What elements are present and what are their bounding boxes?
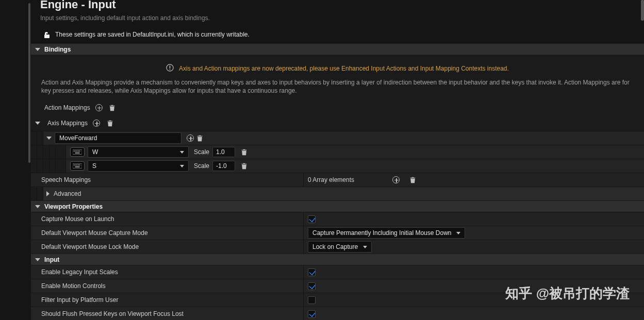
chevron-down-icon[interactable] xyxy=(46,137,52,140)
chevron-down-icon xyxy=(180,165,184,167)
capture-mode-row: Default Viewport Mouse Capture Mode Capt… xyxy=(31,226,644,240)
svg-rect-16 xyxy=(75,166,80,167)
clear-action-mappings-button[interactable] xyxy=(108,103,117,112)
deprecation-warning: Axis and Action mappings are now depreca… xyxy=(179,65,509,72)
action-mappings-row: Action Mappings xyxy=(31,100,644,115)
axis-mappings-label: Axis Mappings xyxy=(44,120,88,127)
svg-rect-3 xyxy=(73,150,82,155)
chevron-down-icon xyxy=(35,48,40,51)
axis-mappings-row[interactable]: Axis Mappings xyxy=(31,115,644,131)
svg-rect-10 xyxy=(73,164,82,169)
section-header-viewport[interactable]: Viewport Properties xyxy=(31,200,644,212)
axis-key-row: S Scale xyxy=(31,159,644,173)
chevron-down-icon xyxy=(35,205,40,208)
add-axis-mapping-button[interactable] xyxy=(92,119,101,128)
speech-mappings-row: Speech Mappings 0 Array elements xyxy=(31,173,644,187)
bindings-description: Action and Axis Mappings provide a mecha… xyxy=(41,78,634,95)
left-scrollbar[interactable] xyxy=(27,0,31,320)
chevron-down-icon xyxy=(180,151,184,154)
svg-rect-7 xyxy=(78,151,79,152)
capture-mouse-launch-checkbox[interactable] xyxy=(308,215,316,223)
svg-rect-14 xyxy=(78,165,79,166)
ini-notice: These settings are saved in DefaultInput… xyxy=(55,31,250,38)
chevron-down-icon xyxy=(35,258,40,261)
action-mappings-label: Action Mappings xyxy=(41,104,90,111)
flush-keys-row: Should Flush Pressed Keys on Viewport Fo… xyxy=(31,307,644,320)
advanced-row[interactable]: Advanced xyxy=(31,187,644,200)
capture-mode-dropdown[interactable]: Capture Permanently Including Initial Mo… xyxy=(308,227,465,239)
motion-controls-checkbox[interactable] xyxy=(308,282,316,290)
add-key-button[interactable] xyxy=(186,133,195,143)
scale-label: Scale xyxy=(194,148,209,156)
svg-rect-5 xyxy=(75,151,76,152)
advanced-label: Advanced xyxy=(49,190,81,197)
svg-rect-12 xyxy=(75,165,76,166)
section-header-bindings[interactable]: Bindings xyxy=(31,43,644,55)
delete-key-button[interactable] xyxy=(239,147,249,157)
lock-mode-dropdown[interactable]: Lock on Capture xyxy=(308,241,372,252)
capture-mouse-launch-row: Capture Mouse on Launch xyxy=(31,212,644,226)
axis-name-input[interactable] xyxy=(55,132,181,144)
keyboard-icon xyxy=(70,147,85,157)
key-selector[interactable]: W xyxy=(88,146,189,158)
svg-rect-13 xyxy=(76,165,77,166)
add-action-mapping-button[interactable] xyxy=(94,103,104,112)
legacy-scales-checkbox[interactable] xyxy=(308,268,316,276)
filter-platform-user-row: Filter Input by Platform User xyxy=(31,293,644,307)
speech-mappings-label: Speech Mappings xyxy=(31,176,91,183)
scale-input[interactable] xyxy=(212,147,235,157)
section-label: Viewport Properties xyxy=(44,203,103,210)
svg-rect-1 xyxy=(170,65,171,69)
motion-controls-row: Enable Motion Controls xyxy=(31,279,644,293)
svg-rect-8 xyxy=(79,151,80,152)
clear-axis-mappings-button[interactable] xyxy=(105,119,114,128)
scale-input[interactable] xyxy=(212,161,235,171)
svg-rect-11 xyxy=(74,165,75,166)
section-header-input[interactable]: Input xyxy=(31,254,644,265)
svg-rect-15 xyxy=(79,165,80,166)
keyboard-icon xyxy=(70,161,85,171)
svg-rect-4 xyxy=(74,151,75,152)
page-subtitle: Input settings, including default input … xyxy=(40,14,644,22)
chevron-down-icon xyxy=(363,246,367,248)
unlock-icon xyxy=(44,31,50,38)
right-scrollbar[interactable] xyxy=(641,0,644,21)
section-label: Input xyxy=(44,256,59,263)
svg-rect-9 xyxy=(75,153,80,154)
chevron-down-icon xyxy=(35,122,40,125)
axis-key-row: W Scale xyxy=(31,145,644,159)
flush-keys-checkbox[interactable] xyxy=(308,310,316,318)
axis-mapping-item xyxy=(31,131,644,145)
legacy-scales-row: Enable Legacy Input Scales xyxy=(31,265,644,279)
svg-rect-2 xyxy=(170,69,171,70)
svg-rect-6 xyxy=(76,151,77,152)
page-title: Engine - Input xyxy=(40,0,644,11)
section-label: Bindings xyxy=(44,46,71,53)
scale-label: Scale xyxy=(194,162,209,170)
lock-mode-row: Default Viewport Mouse Lock Mode Lock on… xyxy=(31,240,644,254)
delete-axis-button[interactable] xyxy=(195,133,204,143)
filter-platform-user-checkbox[interactable] xyxy=(308,296,316,304)
clear-speech-mappings-button[interactable] xyxy=(408,175,417,184)
delete-key-button[interactable] xyxy=(239,161,249,171)
key-selector[interactable]: S xyxy=(88,160,189,172)
speech-mappings-summary: 0 Array elements xyxy=(308,176,354,183)
warning-icon xyxy=(166,64,174,73)
add-speech-mapping-button[interactable] xyxy=(391,175,401,184)
chevron-down-icon xyxy=(456,232,460,234)
